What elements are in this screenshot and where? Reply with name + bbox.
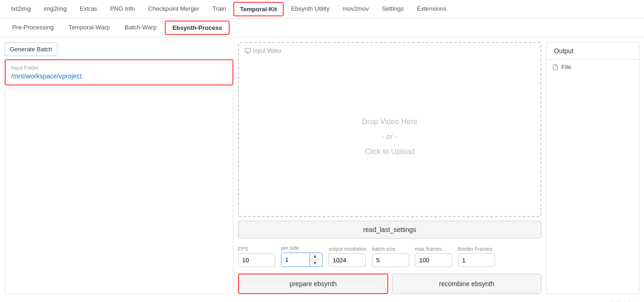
fps-input[interactable] bbox=[238, 253, 275, 267]
max-frames-label: max frames bbox=[415, 246, 452, 252]
output-tab: Output bbox=[546, 42, 639, 60]
top-nav: txt2imgimg2imgExtrasPNG InfoCheckpoint M… bbox=[0, 0, 644, 19]
read-last-settings-button[interactable]: read_last_settings bbox=[238, 221, 541, 239]
input-folder-box[interactable]: Input Folder /mnt/workspace/vproject bbox=[5, 59, 233, 85]
drop-video-text: Drop Video Here bbox=[362, 114, 418, 129]
per-side-label: per side bbox=[281, 245, 323, 251]
top-nav-item-checkpoint-merger[interactable]: Checkpoint Merger bbox=[141, 0, 206, 18]
left-panel: Generate Batch Input Folder /mnt/workspa… bbox=[5, 42, 233, 294]
video-upload-label: Input Video bbox=[245, 48, 281, 54]
sub-nav-item-temporal-warp[interactable]: Temporal-Warp bbox=[61, 19, 117, 36]
left-empty-area bbox=[5, 89, 233, 294]
sub-nav-item-pre-processing[interactable]: Pre-Processing bbox=[5, 19, 61, 36]
border-frames-field-group: Border Frames bbox=[458, 246, 495, 267]
recombine-ebsynth-button[interactable]: recombine ebsynth bbox=[392, 274, 541, 294]
video-upload-center: Drop Video Here - or - Click to Upload bbox=[239, 43, 540, 216]
input-folder-value: /mnt/workspace/vproject bbox=[11, 72, 227, 80]
sub-nav-item-batch-warp[interactable]: Batch-Warp bbox=[117, 19, 164, 36]
settings-row: FPS per side ▲ ▼ output resolution bat bbox=[238, 242, 541, 270]
prepare-ebsynth-button[interactable]: prepare ebsynth bbox=[238, 274, 388, 294]
batch-size-field-group: batch size bbox=[372, 246, 409, 267]
batch-size-input[interactable] bbox=[372, 253, 409, 267]
stepper-up-button[interactable]: ▲ bbox=[310, 253, 320, 260]
top-nav-item-extensions[interactable]: Extensions bbox=[410, 0, 453, 18]
max-frames-field-group: max frames bbox=[415, 246, 452, 267]
action-buttons-row: prepare ebsynth recombine ebsynth bbox=[238, 274, 541, 294]
input-folder-label: Input Folder bbox=[11, 65, 227, 70]
file-item: File bbox=[546, 60, 639, 74]
center-panel: Input Video Drop Video Here - or - Click… bbox=[238, 42, 541, 294]
sub-nav-item-ebsynth-process[interactable]: Ebsynth-Process bbox=[165, 21, 229, 35]
top-nav-item-temporal-kit[interactable]: Temporal-Kit bbox=[233, 2, 283, 16]
top-nav-item-ebsynth-utility[interactable]: Ebsynth Utility bbox=[285, 0, 336, 18]
generate-batch-label: Generate Batch bbox=[5, 42, 57, 56]
top-nav-item-settings[interactable]: Settings bbox=[375, 0, 410, 18]
output-resolution-label: output resolution bbox=[329, 246, 366, 252]
output-resolution-field-group: output resolution bbox=[329, 246, 366, 267]
file-icon bbox=[552, 64, 559, 70]
svg-rect-0 bbox=[245, 49, 251, 52]
fps-label: FPS bbox=[238, 246, 275, 252]
file-label: File bbox=[561, 63, 571, 70]
fps-field-group: FPS bbox=[238, 246, 275, 267]
top-nav-item-mov2mov[interactable]: mov2mov bbox=[336, 0, 375, 18]
top-nav-item-txt2img[interactable]: txt2img bbox=[5, 0, 37, 18]
per-side-input[interactable] bbox=[281, 253, 309, 267]
stepper-buttons: ▲ ▼ bbox=[309, 253, 320, 267]
per-side-stepper[interactable]: ▲ ▼ bbox=[281, 253, 323, 267]
top-nav-item-train[interactable]: Train bbox=[206, 0, 232, 18]
stepper-down-button[interactable]: ▼ bbox=[310, 260, 320, 267]
sub-nav: Pre-ProcessingTemporal-WarpBatch-WarpEbs… bbox=[0, 19, 644, 37]
watermark: CSDN @宝哥大数据 bbox=[0, 299, 644, 302]
video-label-text: Input Video bbox=[253, 48, 281, 54]
per-side-field-group: per side ▲ ▼ bbox=[281, 245, 323, 267]
batch-size-label: batch size bbox=[372, 246, 409, 252]
main-content: Generate Batch Input Folder /mnt/workspa… bbox=[0, 37, 644, 299]
video-icon bbox=[245, 48, 251, 54]
top-nav-item-extras[interactable]: Extras bbox=[73, 0, 104, 18]
video-upload-area[interactable]: Input Video Drop Video Here - or - Click… bbox=[238, 42, 541, 217]
output-resolution-input[interactable] bbox=[329, 253, 366, 267]
click-to-upload-text: Click to Upload bbox=[364, 144, 415, 159]
top-nav-item-img2img[interactable]: img2img bbox=[37, 0, 73, 18]
max-frames-input[interactable] bbox=[415, 253, 452, 267]
or-text: - or - bbox=[382, 129, 398, 144]
border-frames-input[interactable] bbox=[458, 253, 495, 267]
right-panel: Output File bbox=[546, 42, 639, 294]
top-nav-item-png-info[interactable]: PNG Info bbox=[104, 0, 141, 18]
border-frames-label: Border Frames bbox=[458, 246, 495, 252]
